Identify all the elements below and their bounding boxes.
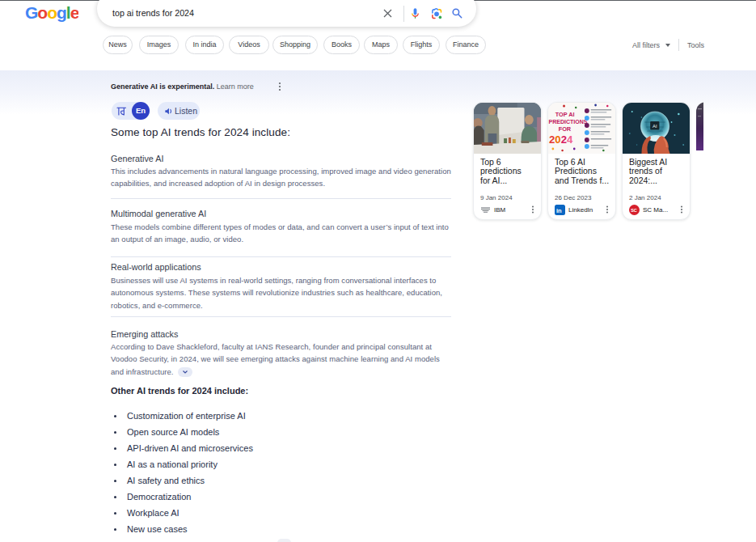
svg-text:Google: Google xyxy=(25,3,78,22)
svg-text:in: in xyxy=(556,207,562,214)
svg-text:PREDICTIONS: PREDICTIONS xyxy=(548,119,587,125)
svg-text:AI: AI xyxy=(653,123,657,129)
svg-text:SC: SC xyxy=(631,208,637,213)
svg-text:FOR: FOR xyxy=(559,125,572,133)
svg-text:2024: 2024 xyxy=(549,133,573,146)
svg-text:TOP AI: TOP AI xyxy=(555,111,575,118)
